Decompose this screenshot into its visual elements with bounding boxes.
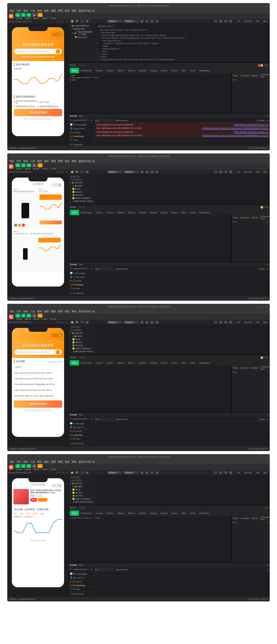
- tree-folder[interactable]: ▣ 项目名称: [69, 331, 95, 334]
- console-level[interactable]: Default levels ▾: [115, 119, 129, 122]
- visual-button[interactable]: ▦: [32, 314, 37, 318]
- compile-action[interactable]: ◉: [155, 170, 159, 173]
- side-tab[interactable]: Component Data: [259, 73, 270, 78]
- page-select[interactable]: [124, 321, 139, 324]
- side-tab[interactable]: Component Data: [259, 516, 270, 520]
- console-filter[interactable]: [94, 418, 114, 421]
- close-icon[interactable]: ✕: [265, 305, 268, 308]
- devtools-tab[interactable]: Console: [94, 68, 104, 73]
- period-tab[interactable]: 60天: [20, 512, 25, 515]
- device-selector[interactable]: iPhone XS Max 100% 16 ▾: [9, 171, 32, 173]
- side-tab[interactable]: Component Data: [259, 215, 270, 220]
- compile-action[interactable]: ◉: [145, 170, 149, 173]
- header-action[interactable]: 详: [224, 471, 228, 474]
- header-action[interactable]: 通: [229, 471, 232, 474]
- minimize-icon[interactable]: —: [256, 456, 258, 458]
- header-action[interactable]: 上: [214, 471, 218, 474]
- devtools-tab[interactable]: AppData: [137, 68, 148, 73]
- warn-badge[interactable]: 5: [261, 206, 263, 209]
- devtools-tab[interactable]: Console: [94, 360, 104, 366]
- sim-icon[interactable]: ✕: [66, 171, 67, 173]
- tree-file[interactable]: app.js: [69, 488, 95, 491]
- devtools-tab[interactable]: Network: [115, 360, 126, 366]
- devtools-tab[interactable]: Sensor: [170, 360, 180, 366]
- devtools-main[interactable]: <page> <view class="container"></view> <…: [69, 73, 231, 113]
- menu-item[interactable]: 工具: [30, 160, 35, 163]
- visual-button[interactable]: ▦: [32, 163, 37, 167]
- side-tab[interactable]: Computed: [239, 73, 251, 78]
- sim-icon[interactable]: ⊡: [56, 171, 58, 173]
- devtools-tab[interactable]: Storage: [148, 210, 159, 215]
- header-action[interactable]: 上: [214, 321, 218, 324]
- devtools-tab[interactable]: Security: [159, 210, 170, 215]
- header-action[interactable]: 详: [224, 170, 228, 173]
- devtools-tab[interactable]: Vulnerability: [197, 210, 211, 215]
- side-tab[interactable]: Styles: [232, 366, 239, 370]
- console-close-icon[interactable]: ✕: [267, 115, 269, 117]
- compile-action[interactable]: ◉: [155, 471, 159, 474]
- menu-item[interactable]: 视图: [51, 310, 56, 313]
- console-close-icon[interactable]: ✕: [267, 564, 269, 566]
- console-summary-item[interactable]: ⓘ No info: [69, 437, 95, 441]
- sim-icon[interactable]: ✕: [66, 471, 67, 474]
- tutorial-button[interactable]: 查看详细使用教程: [14, 400, 62, 408]
- devtools-tab[interactable]: Performance: [79, 68, 94, 73]
- header-action[interactable]: 上: [214, 170, 218, 173]
- console-level[interactable]: Default levels ▾: [115, 418, 129, 420]
- devtools-close-icon[interactable]: ⊡ ✕: [263, 206, 270, 208]
- search-icon[interactable]: 🔍: [56, 350, 60, 354]
- devtools-tab[interactable]: Audits: [188, 68, 197, 73]
- compile-action[interactable]: ◉: [150, 321, 154, 324]
- header-action[interactable]: 版: [219, 471, 223, 474]
- minimize-icon[interactable]: —: [256, 305, 258, 308]
- menu-item[interactable]: 转到: [37, 310, 42, 313]
- tree-file[interactable]: app.json: [69, 190, 95, 193]
- tree-file[interactable]: app.wxss: [69, 494, 95, 497]
- devtools-tab[interactable]: Wxml: [70, 511, 79, 516]
- search-icon[interactable]: 🔍: [75, 471, 79, 474]
- search-input[interactable]: 粘贴商品链接查询历史价格及优惠券信息🔍: [14, 349, 62, 355]
- sim-icon[interactable]: ⟳: [63, 171, 64, 173]
- side-tab[interactable]: Dataset: [251, 366, 259, 370]
- menu-item[interactable]: 转到: [37, 460, 42, 464]
- compile-action[interactable]: ◉: [145, 321, 149, 324]
- console-tab[interactable]: Task: [79, 413, 82, 416]
- side-tab[interactable]: Dataset: [251, 516, 259, 520]
- sim-icon[interactable]: ⟳: [63, 321, 64, 323]
- devtools-tab[interactable]: Audits: [188, 511, 197, 516]
- menu-item[interactable]: 编辑: [23, 460, 28, 464]
- page-select[interactable]: [124, 170, 139, 173]
- warn-badge[interactable]: 1: [261, 356, 263, 359]
- maximize-icon[interactable]: □: [261, 305, 263, 308]
- capsule[interactable]: ⋯◎: [51, 333, 63, 337]
- devtools-tab[interactable]: AppData: [137, 210, 148, 215]
- devtools-main[interactable]: [69, 366, 231, 412]
- menu-item[interactable]: 帮助: [72, 9, 76, 13]
- debugger-button[interactable]: %: [26, 464, 31, 468]
- ext-icon[interactable]: ▦: [85, 170, 89, 173]
- menu-item[interactable]: 视图: [51, 9, 56, 13]
- console-summary-item[interactable]: ⊡ 2 verbose: [69, 143, 95, 147]
- compile-action[interactable]: ◉: [145, 20, 149, 23]
- devtools-tab[interactable]: Network: [115, 68, 126, 73]
- tree-folder[interactable]: ▣ 图片素材: [69, 27, 95, 30]
- devtools-tab[interactable]: Audits: [188, 360, 197, 366]
- history-item[interactable]: 【淘宝】: [14, 364, 62, 370]
- menu-item[interactable]: 界面: [58, 460, 63, 464]
- compile-mode-select[interactable]: [107, 471, 122, 474]
- console-tab[interactable]: Console: [70, 263, 77, 265]
- console-context[interactable]: ⊡ ⦸ appservice (#1) ▾: [70, 418, 89, 420]
- device-selector[interactable]: iPhone XS Max 100% 16 ▾: [9, 20, 32, 23]
- devtools-tab[interactable]: Memory: [126, 210, 137, 215]
- cloud-button[interactable]: ☁: [38, 163, 43, 167]
- side-tab[interactable]: Component Data: [259, 366, 270, 370]
- console-prompt[interactable]: ›: [96, 271, 270, 275]
- devtools-close-icon[interactable]: ⊡ ✕: [263, 507, 270, 509]
- menu-item[interactable]: 界面: [58, 160, 63, 163]
- devtools-tab[interactable]: AppData: [137, 511, 148, 516]
- visual-button[interactable]: ▦: [32, 464, 37, 468]
- sim-icon[interactable]: ↻: [59, 20, 61, 23]
- console-summary-item[interactable]: ⊘ No errors: [69, 580, 95, 583]
- menu-item[interactable]: 帮助: [72, 310, 76, 313]
- devtools-close-icon[interactable]: ⊡ ✕: [263, 64, 270, 66]
